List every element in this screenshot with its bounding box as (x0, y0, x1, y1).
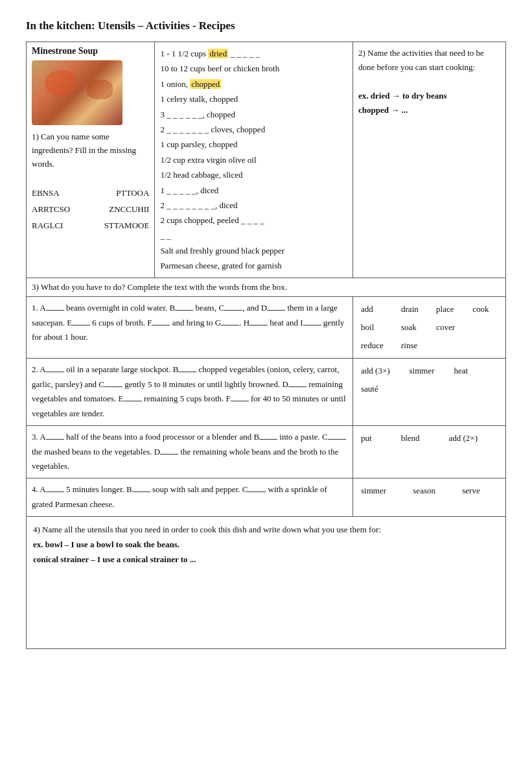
word-simmer4: simmer (361, 482, 406, 499)
blank (124, 401, 142, 401)
word-heat: heat (454, 362, 481, 379)
exercise4-words-cell: simmer season serve (353, 479, 506, 517)
ingredient-11: 2 cups chopped, peeled _ _ _ _ (160, 213, 347, 228)
main-table: Minestrone Soup 1) Can you name some ing… (26, 41, 506, 649)
word-add: add (361, 301, 395, 318)
blank (288, 386, 306, 387)
ingredient-10: 2 _ _ _ _ _ _ _ _, diced (160, 198, 347, 213)
ingredient-9: 1 _ _ _ _ _, diced (160, 183, 347, 198)
page-title: In the kitchen: Utensils – Activities - … (26, 19, 506, 32)
minestrone-header: Minestrone Soup (32, 46, 149, 56)
word-boil: boil (361, 319, 395, 336)
blank (175, 310, 193, 311)
word-empty2 (487, 362, 500, 379)
exercise2-wordbox: add (3×) simmer heat sauté (358, 362, 500, 397)
blank (46, 372, 64, 372)
word-cook: cook (472, 301, 500, 318)
word-blend: blend (401, 430, 443, 447)
blank (104, 386, 122, 387)
ingredient-1: 10 to 12 cups beef or chicken broth (160, 61, 347, 76)
section4-example1: ex. bowl – I use a bowl to soak the bean… (33, 537, 499, 552)
word-add2x: add (2×) (449, 430, 501, 447)
blank (248, 492, 266, 492)
col1-cell: Minestrone Soup 1) Can you name some ing… (27, 42, 155, 278)
exercise4-wordbox: simmer season serve (358, 482, 500, 499)
q3-instruction: 3) What do you have to do? Complete the … (32, 282, 287, 292)
ingredient-13: Salt and freshly ground black pepper (160, 243, 347, 258)
chopped-highlight: chopped (190, 79, 221, 89)
ingredients-list: 1 - 1 1/2 cups dried _ _ _ _ _ 10 to 12 … (160, 46, 347, 274)
word-cover: cover (436, 319, 466, 336)
word-drain: drain (401, 301, 430, 318)
exercise2-text: 2. A oil in a separate large stockpot. B… (32, 362, 347, 421)
wordgrid4: simmer season serve (361, 482, 500, 499)
blank (46, 439, 64, 440)
blank (46, 310, 64, 311)
blank (249, 325, 268, 326)
exercise3-text: 3. A half of the beans into a food proce… (32, 430, 347, 474)
wordgrid3: put blend add (2×) (361, 430, 500, 447)
ingredient-14: Parmesan cheese, grated for garnish (160, 258, 347, 273)
word-saute: sauté (361, 381, 402, 397)
ingredients-cell: 1 - 1 1/2 cups dried _ _ _ _ _ 10 to 12 … (155, 42, 353, 278)
word-season: season (413, 482, 456, 499)
ingredient-8: 1/2 head cabbage, sliced (160, 167, 347, 182)
q1-prompt: 1) Can you name some ingredients? Fill i… (32, 130, 149, 233)
word-reduce: reduce (361, 337, 395, 354)
ingredient-12: _ _ (160, 228, 347, 243)
q2-example1: ex. dried → to dry beans (358, 89, 500, 103)
ingredient-2: 1 onion, chopped (160, 77, 347, 91)
blank (303, 325, 321, 326)
word-serve: serve (462, 482, 500, 499)
exercise1-words-cell: add drain place cook boil soak cover red… (353, 296, 506, 358)
wordgrid1: add drain place cook boil soak cover red… (361, 301, 500, 354)
anagram-row-2: ARRTCSO ZNCCUHII (32, 203, 149, 217)
blank (46, 492, 64, 492)
section4-example2: conical strainer – I use a conical strai… (33, 552, 499, 567)
q3-instruction-row: 3) What do you have to do? Complete the … (27, 278, 506, 296)
word-soak: soak (401, 319, 430, 336)
food-image (32, 60, 122, 125)
exercise3-text-cell: 3. A half of the beans into a food proce… (27, 425, 353, 478)
blank (259, 439, 277, 440)
blank (160, 454, 178, 455)
blank (152, 325, 170, 326)
exercise2-words-cell: add (3×) simmer heat sauté (353, 358, 506, 425)
word-rinse: rinse (401, 337, 430, 354)
exercise1-text-cell: 1. A beans overnight in cold water. B be… (27, 296, 353, 358)
ingredient-4: 3 _ _ _ _ _ _, chopped (160, 107, 347, 122)
exercise1-text: 1. A beans overnight in cold water. B be… (32, 301, 347, 345)
exercise4-text-cell: 4. A 5 minutes longer. B soup with salt … (27, 479, 353, 517)
exercise4-text: 4. A 5 minutes longer. B soup with salt … (32, 482, 347, 512)
q2-content: 2) Name the activities that need to be d… (358, 46, 500, 117)
ingredient-7: 1/2 cup extra virgin olive oil (160, 152, 347, 167)
section4-instruction: 4) Name all the utensils that you need i… (33, 522, 499, 537)
anagram-row-1: EBNSA PTTOOA (32, 187, 149, 200)
blank (231, 401, 249, 401)
exercise3-words-cell: put blend add (2×) (353, 425, 506, 478)
dried-highlight: dried (208, 49, 228, 58)
blank (221, 325, 239, 326)
exercise3-wordbox: put blend add (2×) (358, 430, 500, 447)
ingredient-0: 1 - 1 1/2 cups dried _ _ _ _ _ (160, 46, 347, 61)
word-simmer2: simmer (409, 362, 447, 379)
ingredient-5: 2 _ _ _ _ _ _ _ cloves, chopped (160, 122, 347, 137)
blank (267, 310, 285, 311)
anagram-row-3: RAGLCI STTAMOOE (32, 219, 149, 233)
exercise2-text-cell: 2. A oil in a separate large stockpot. B… (27, 358, 353, 425)
section4-cell: 4) Name all the utensils that you need i… (27, 516, 506, 648)
blank (224, 310, 242, 311)
word-put: put (361, 430, 395, 447)
blank (132, 492, 150, 492)
word-place: place (436, 301, 466, 318)
blank (72, 325, 90, 326)
blank (178, 372, 196, 372)
ingredient-3: 1 celery stalk, chopped (160, 91, 347, 106)
q2-cell: 2) Name the activities that need to be d… (353, 42, 506, 278)
blank (328, 439, 346, 440)
exercise1-wordbox: add drain place cook boil soak cover red… (358, 301, 500, 354)
ingredient-6: 1 cup parsley, chopped (160, 137, 347, 152)
wordgrid2: add (3×) simmer heat sauté (361, 362, 500, 397)
word-add3x: add (3×) (361, 362, 402, 379)
q2-example2: chopped → ... (358, 103, 500, 117)
